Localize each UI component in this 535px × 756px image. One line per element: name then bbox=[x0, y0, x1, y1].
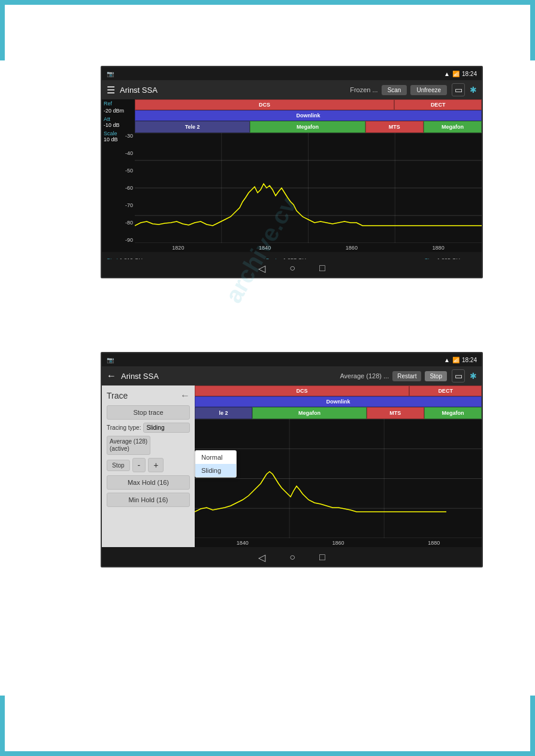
spectrum-area-2: Trace ← Stop trace Tracing type: Sliding… bbox=[102, 385, 482, 547]
scale-value: 10 dB bbox=[102, 136, 135, 142]
recent-nav-2[interactable]: □ bbox=[319, 552, 325, 563]
band-dect-1: DECT bbox=[394, 99, 482, 110]
ref-value: -20 dBm bbox=[102, 108, 135, 114]
panel-header: Trace ← bbox=[107, 390, 190, 401]
spectrum-svg-1 bbox=[135, 133, 482, 243]
wifi-icon-1: 📶 bbox=[452, 71, 460, 77]
average-btn[interactable]: Average (128) (active) bbox=[107, 436, 150, 455]
top-border bbox=[0, 0, 535, 5]
band-row-2-2: Downlink bbox=[195, 396, 482, 407]
nav-bar-1: ◁ ○ □ bbox=[102, 259, 482, 277]
screenshot-1: 📷 ▲ 📶 18:24 ☰ Arinst SSA Frozen ... Scan… bbox=[101, 66, 483, 278]
status-bar-right-1: ▲ 📶 18:24 bbox=[444, 71, 477, 77]
x-label-1860: 1860 bbox=[346, 245, 358, 251]
status-label-1: Frozen ... bbox=[350, 86, 377, 93]
max-hold-btn[interactable]: Max Hold (16) bbox=[107, 475, 190, 490]
band-megafon1-1: Megafon bbox=[250, 121, 365, 133]
status-bar-left-1: 📷 bbox=[107, 71, 114, 77]
band-dcs-2: DCS bbox=[195, 385, 409, 396]
spectrum-area-1: Ref -20 dBm Att -10 dB Scale 10 dB DCS D… bbox=[102, 99, 482, 252]
status-bar-right-2: ▲ 📶 18:24 bbox=[444, 357, 477, 363]
dropdown-item-normal[interactable]: Normal bbox=[195, 451, 236, 464]
band-row-3-1: Tele 2 Megafon MTS Megafon bbox=[135, 121, 482, 133]
average-label: Average (128) bbox=[110, 438, 147, 445]
x-label-1840-2: 1840 bbox=[237, 540, 249, 546]
camera-icon-2: 📷 bbox=[107, 357, 114, 363]
nav-bar-2: ◁ ○ □ bbox=[102, 548, 482, 566]
band-megafon2-2: Megafon bbox=[424, 407, 482, 419]
min-hold-btn[interactable]: Min Hold (16) bbox=[107, 493, 190, 507]
left-border bbox=[0, 0, 5, 756]
x-label-1880: 1880 bbox=[433, 245, 445, 251]
x-label-1880-2: 1880 bbox=[428, 540, 440, 546]
toolbar-2: ← Arinst SSA Average (128) ... Restart S… bbox=[102, 366, 482, 385]
x-axis-2: 1840 1860 1880 bbox=[195, 538, 482, 547]
back-nav-2[interactable]: ◁ bbox=[258, 552, 265, 563]
time-1: 18:24 bbox=[462, 71, 477, 77]
home-nav-1[interactable]: ○ bbox=[289, 263, 295, 274]
ref-label: Ref bbox=[102, 99, 135, 108]
screenshot-2: 📷 ▲ 📶 18:24 ← Arinst SSA Average (128) .… bbox=[101, 352, 483, 567]
y-axis-labels-1: Ref -20 dBm Att -10 dB Scale 10 dB bbox=[102, 99, 135, 252]
menu-icon-1[interactable]: ☰ bbox=[107, 84, 115, 96]
spectrum-canvas-2 bbox=[195, 419, 482, 538]
back-icon-2[interactable]: ← bbox=[107, 371, 116, 381]
band-le2-2: le 2 bbox=[195, 407, 252, 419]
band-mts-2: MTS bbox=[367, 407, 424, 419]
restart-button-2[interactable]: Restart bbox=[392, 371, 421, 381]
battery-icon-2: ▭ bbox=[452, 369, 465, 382]
battery-icon-1: ▭ bbox=[452, 83, 465, 96]
band-row-1-2: DCS DECT bbox=[195, 385, 482, 396]
band-downlink-1: Downlink bbox=[135, 110, 482, 121]
recent-nav-1[interactable]: □ bbox=[319, 263, 325, 274]
plus-btn[interactable]: + bbox=[148, 458, 164, 472]
band-rows-2: DCS DECT Downlink le 2 Megafon MTS Megaf… bbox=[195, 385, 482, 419]
bluetooth-icon-1: ✱ bbox=[470, 85, 477, 95]
band-row-1-1: DCS DECT bbox=[135, 99, 482, 110]
x-label-1820: 1820 bbox=[172, 245, 184, 251]
status-bar-1: 📷 ▲ 📶 18:24 bbox=[102, 67, 482, 80]
att-value: -10 dB bbox=[102, 122, 135, 128]
spectrum-svg-2 bbox=[195, 419, 482, 538]
toolbar-1: ☰ Arinst SSA Frozen ... Scan Unfreeze ▭ … bbox=[102, 80, 482, 99]
panel-back-icon[interactable]: ← bbox=[180, 390, 190, 401]
bottom-border bbox=[0, 751, 535, 756]
app-title-2: Arinst SSA bbox=[121, 372, 335, 381]
band-row-3-2: le 2 Megafon MTS Megafon bbox=[195, 407, 482, 419]
status-bar-left-2: 📷 bbox=[107, 357, 114, 363]
right-border bbox=[530, 0, 535, 756]
signal-icon-1: ▲ bbox=[444, 71, 450, 77]
status-bar-2: 📷 ▲ 📶 18:24 bbox=[102, 353, 482, 366]
band-row-2-1: Downlink bbox=[135, 110, 482, 121]
stop-button-2[interactable]: Stop bbox=[425, 371, 447, 381]
band-mts-1: MTS bbox=[365, 121, 424, 133]
band-megafon1-2: Megafon bbox=[252, 407, 366, 419]
tracing-type-label: Tracing type: bbox=[107, 424, 141, 431]
x-label-1840: 1840 bbox=[259, 245, 271, 251]
scale-label: Scale bbox=[102, 128, 135, 136]
bluetooth-icon-2: ✱ bbox=[470, 371, 477, 381]
stop-stepper-row: Stop - + bbox=[107, 458, 190, 472]
tracing-type-row: Tracing type: Sliding bbox=[107, 423, 190, 433]
wifi-icon-2: 📶 bbox=[452, 357, 460, 363]
band-tele2-1: Tele 2 bbox=[135, 121, 250, 133]
band-rows-1: DCS DECT Downlink Tele 2 Megafon MTS Meg… bbox=[135, 99, 482, 133]
minus-btn[interactable]: - bbox=[132, 458, 146, 472]
tracing-type-select[interactable]: Sliding bbox=[143, 423, 190, 433]
spectrum-canvas-1 bbox=[135, 133, 482, 243]
camera-icon-1: 📷 bbox=[107, 71, 114, 77]
band-megafon2-1: Megafon bbox=[424, 121, 482, 133]
scan-button-1[interactable]: Scan bbox=[382, 85, 407, 95]
control-panel: Trace ← Stop trace Tracing type: Sliding… bbox=[102, 385, 195, 547]
home-nav-2[interactable]: ○ bbox=[289, 552, 295, 563]
back-nav-1[interactable]: ◁ bbox=[258, 263, 265, 274]
app-title-1: Arinst SSA bbox=[120, 86, 345, 95]
signal-icon-2: ▲ bbox=[444, 357, 450, 363]
band-dcs-1: DCS bbox=[135, 99, 394, 110]
dropdown-item-sliding[interactable]: Sliding bbox=[195, 464, 236, 477]
unfreeze-button-1[interactable]: Unfreeze bbox=[410, 85, 447, 95]
stop-stepper-label[interactable]: Stop bbox=[107, 460, 130, 471]
x-axis-1: 1820 1840 1860 1880 bbox=[135, 243, 482, 252]
att-label: Att bbox=[102, 114, 135, 122]
stop-trace-btn[interactable]: Stop trace bbox=[107, 405, 190, 420]
